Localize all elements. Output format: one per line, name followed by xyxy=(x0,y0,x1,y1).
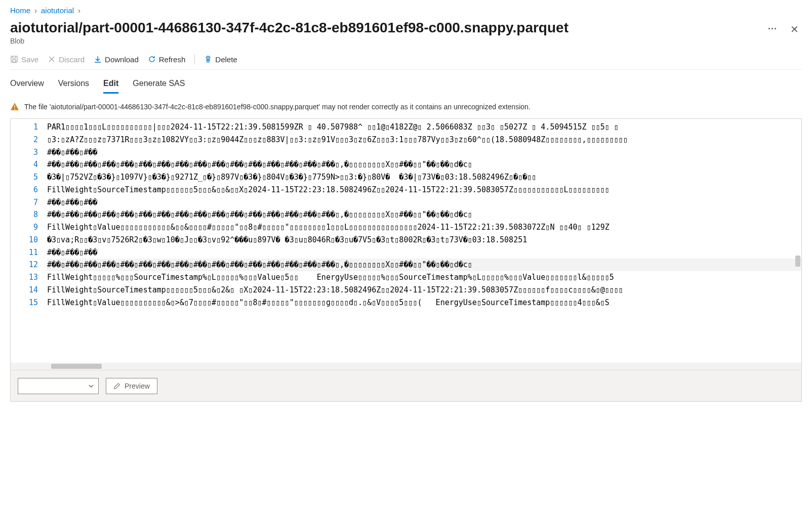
horizontal-scrollbar[interactable] xyxy=(11,363,801,370)
download-button[interactable]: Download xyxy=(94,55,139,64)
tab-edit[interactable]: Edit xyxy=(103,79,118,94)
code-line[interactable]: #��▯#��▯#�� xyxy=(47,146,801,159)
line-number: 4 xyxy=(15,158,38,171)
line-number: 6 xyxy=(15,184,38,196)
code-line[interactable]: #��▯#��▯#��▯#��▯#��▯#��▯#��▯#��▯#��▯#��▯… xyxy=(47,208,801,221)
line-number: 5 xyxy=(15,171,38,184)
delete-label: Delete xyxy=(215,55,237,64)
toolbar-separator xyxy=(194,54,195,64)
discard-icon xyxy=(48,55,56,63)
line-number: 12 xyxy=(15,259,38,271)
warning-banner: The file 'aiotutorial/part-00001-4468613… xyxy=(10,102,802,111)
download-icon xyxy=(94,55,102,63)
line-number: 13 xyxy=(15,271,38,284)
line-number: 15 xyxy=(15,296,38,309)
code-area[interactable]: PAR1▯▯▯▯1▯▯▯L▯▯▯▯▯▯▯▯▯▯|▯▯▯2024-11-15T22… xyxy=(47,119,801,363)
code-line[interactable]: FillWeight▯SourceTimestamp▯▯▯▯▯▯5▯▯▯&▯2&… xyxy=(47,284,801,296)
refresh-button[interactable]: Refresh xyxy=(148,55,186,64)
code-line[interactable]: #��▯#��▯#�� xyxy=(47,246,801,259)
refresh-label: Refresh xyxy=(159,55,186,64)
line-number: 3 xyxy=(15,146,38,159)
line-number: 9 xyxy=(15,221,38,234)
chevron-down-icon xyxy=(88,383,94,389)
page-subtitle: Blob xyxy=(10,37,569,45)
discard-button[interactable]: Discard xyxy=(48,55,85,64)
pencil-icon xyxy=(113,383,120,390)
file-editor: 123456789101112131415 PAR1▯▯▯▯1▯▯▯L▯▯▯▯▯… xyxy=(10,118,802,402)
delete-icon xyxy=(204,55,212,63)
code-line[interactable]: �3▯va;R▯▯�3▯v▯7526R2▯�3▯w▯10�▯J▯▯�3▯v▯92… xyxy=(47,234,801,246)
page-title: aiotutorial/part-00001-44686130-347f-4c2… xyxy=(10,20,569,36)
code-line[interactable]: FillWeight▯Value▯▯▯▯▯▯▯▯▯▯▯&▯▯&▯▯▯▯#▯▯▯▯… xyxy=(47,221,801,234)
language-dropdown[interactable] xyxy=(18,378,99,394)
preview-button[interactable]: Preview xyxy=(106,378,157,394)
tab-bar: Overview Versions Edit Generate SAS xyxy=(10,79,802,94)
line-number: 11 xyxy=(15,246,38,259)
refresh-icon xyxy=(148,55,156,63)
code-line[interactable]: FillWeight▯SourceTimestamp▯▯▯▯▯▯5▯▯▯&▯▯&… xyxy=(47,184,801,196)
more-actions-button[interactable]: ··· xyxy=(768,24,777,34)
breadcrumb-folder[interactable]: aiotutorial xyxy=(41,6,74,15)
save-button[interactable]: Save xyxy=(10,55,38,64)
warning-icon xyxy=(10,102,19,111)
preview-label: Preview xyxy=(125,382,150,390)
svg-rect-1 xyxy=(13,60,16,62)
vertical-scrollbar[interactable] xyxy=(795,256,800,267)
tab-versions[interactable]: Versions xyxy=(58,79,89,94)
close-button[interactable]: ✕ xyxy=(787,24,802,34)
toolbar: Save Discard Download Refresh Delete xyxy=(10,54,802,70)
breadcrumb-separator: › xyxy=(34,6,37,15)
line-number: 7 xyxy=(15,196,38,209)
tab-generate-sas[interactable]: Generate SAS xyxy=(133,79,185,94)
line-number: 2 xyxy=(15,134,38,146)
code-line[interactable]: #��▯#��▯#��▯#��▯#��▯#��▯#��▯#��▯#��▯#��▯… xyxy=(47,259,801,271)
save-label: Save xyxy=(21,55,38,64)
save-icon xyxy=(10,55,18,63)
code-line[interactable]: �3�|▯752VZ▯�3�}▯1097V}▯�3�}▯9271Z_▯�}▯89… xyxy=(47,171,801,184)
line-number: 10 xyxy=(15,234,38,246)
delete-button[interactable]: Delete xyxy=(204,55,237,64)
line-number: 8 xyxy=(15,208,38,221)
code-line[interactable]: FillWeight▯Value▯▯▯▯▯▯▯▯▯▯&▯>&▯7▯▯▯▯#▯▯▯… xyxy=(47,296,801,309)
line-number: 1 xyxy=(15,121,38,134)
code-line[interactable]: ▯3:▯zA?Z▯▯▯z▯7371R▯▯▯3▯z▯1082VY▯▯3:▯z▯90… xyxy=(47,134,801,146)
warning-text: The file 'aiotutorial/part-00001-4468613… xyxy=(24,103,531,111)
download-label: Download xyxy=(105,55,139,64)
scrollbar-thumb[interactable] xyxy=(51,364,102,369)
svg-rect-0 xyxy=(11,56,17,62)
line-gutter: 123456789101112131415 xyxy=(11,119,47,363)
code-line[interactable]: #��▯#��▯#��▯#��▯#��▯#��▯#��▯#��▯#��▯#��▯… xyxy=(47,158,801,171)
line-number: 14 xyxy=(15,284,38,296)
code-line[interactable]: #��▯#��▯#�� xyxy=(47,196,801,209)
editor-footer: Preview xyxy=(11,370,801,401)
breadcrumb-home[interactable]: Home xyxy=(10,6,30,15)
code-line[interactable]: FillWeight▯▯▯▯▯%▯▯▯SourceTimestamp%▯L▯▯▯… xyxy=(47,271,801,284)
tab-overview[interactable]: Overview xyxy=(10,79,44,94)
breadcrumb: Home › aiotutorial › xyxy=(10,6,802,15)
discard-label: Discard xyxy=(59,55,85,64)
breadcrumb-separator: › xyxy=(78,6,80,15)
code-line[interactable]: PAR1▯▯▯▯1▯▯▯L▯▯▯▯▯▯▯▯▯▯|▯▯▯2024-11-15T22… xyxy=(47,121,801,134)
